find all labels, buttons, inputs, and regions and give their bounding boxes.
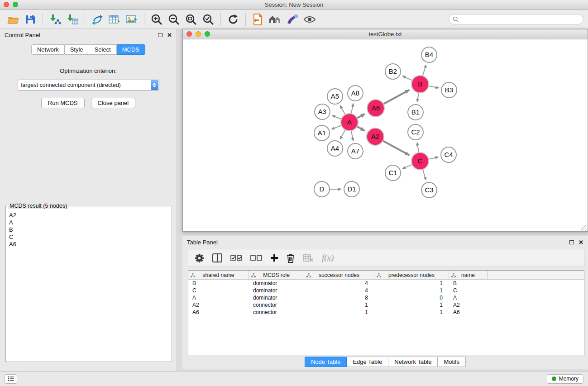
- delete-table-icon[interactable]: [303, 254, 314, 262]
- node-A1[interactable]: A1: [314, 125, 330, 141]
- table-settings-gear-icon[interactable]: [195, 253, 204, 263]
- edge-B-B2[interactable]: [402, 76, 412, 81]
- network-canvas[interactable]: B4B2BB3A5A8A6B1A3AC2A1A2A4A7C4CC1C3DD1: [183, 39, 588, 231]
- edge-A6-B[interactable]: [383, 90, 410, 104]
- close-panel-icon[interactable]: ✕: [167, 32, 172, 38]
- run-mcds-button[interactable]: Run MCDS: [41, 98, 85, 108]
- float-panel-icon[interactable]: [158, 33, 163, 37]
- tab-mcds[interactable]: MCDS: [117, 44, 145, 55]
- function-builder-icon[interactable]: f(x): [322, 253, 334, 263]
- eye-icon[interactable]: [301, 12, 318, 27]
- share-network-icon[interactable]: [89, 12, 106, 27]
- node-A6[interactable]: A6: [367, 100, 384, 117]
- export-image-icon[interactable]: [123, 12, 140, 27]
- zoom-fit-icon[interactable]: [182, 12, 200, 27]
- node-C4[interactable]: C4: [441, 147, 456, 162]
- search-field[interactable]: [449, 14, 583, 24]
- delete-column-trash-icon[interactable]: [287, 253, 295, 263]
- node-C3[interactable]: C3: [421, 182, 437, 198]
- result-item[interactable]: A6: [9, 241, 168, 248]
- resize-grip[interactable]: [581, 225, 587, 231]
- show-columns-icon[interactable]: [212, 253, 222, 262]
- edge-A-A4[interactable]: [340, 130, 345, 139]
- close-panel-button[interactable]: Close panel: [91, 98, 136, 108]
- zoom-out-icon[interactable]: [165, 12, 182, 27]
- close-window-button[interactable]: [4, 2, 9, 7]
- node-B2[interactable]: B2: [385, 64, 401, 79]
- tab-network-table[interactable]: Network Table: [388, 357, 438, 367]
- edge-B-B3[interactable]: [429, 86, 439, 88]
- tab-select[interactable]: Select: [89, 44, 117, 55]
- home-icon[interactable]: [267, 12, 284, 27]
- visual-style-brush-icon[interactable]: [284, 12, 301, 27]
- node-A5[interactable]: A5: [327, 89, 343, 104]
- edge-B-B1[interactable]: [417, 93, 419, 102]
- node-B1[interactable]: B1: [408, 105, 423, 120]
- edge-C-C2[interactable]: [417, 143, 419, 153]
- tab-edge-table[interactable]: Edge Table: [347, 357, 388, 367]
- node-C1[interactable]: C1: [385, 165, 401, 181]
- network-close-button[interactable]: [186, 31, 192, 37]
- open-session-icon[interactable]: [5, 12, 22, 27]
- column-header-predecessor-nodes[interactable]: predecessor nodes: [374, 271, 449, 279]
- tab-style[interactable]: Style: [65, 44, 89, 55]
- search-input[interactable]: [461, 16, 579, 23]
- node-table[interactable]: shared nameMCDS rolesuccessor nodesprede…: [188, 270, 584, 355]
- result-item[interactable]: A2: [9, 212, 168, 219]
- tab-motifs[interactable]: Motifs: [438, 357, 466, 367]
- node-B4[interactable]: B4: [421, 47, 437, 62]
- zoom-in-icon[interactable]: [148, 12, 165, 27]
- deselect-all-columns-icon[interactable]: [250, 255, 262, 261]
- node-D[interactable]: D: [314, 181, 330, 197]
- tab-network[interactable]: Network: [31, 44, 65, 55]
- edge-B-B4[interactable]: [423, 65, 426, 76]
- table-row[interactable]: Adominator80A: [188, 294, 584, 301]
- network-window-titlebar[interactable]: testGlobe.txt: [183, 29, 588, 39]
- dropdown-stepper-icon[interactable]: [151, 80, 158, 90]
- result-item[interactable]: C: [9, 234, 168, 241]
- node-A3[interactable]: A3: [315, 104, 330, 119]
- task-history-button[interactable]: [5, 374, 17, 384]
- node-A8[interactable]: A8: [348, 86, 363, 101]
- import-document-icon[interactable]: [249, 12, 267, 27]
- add-column-icon[interactable]: [270, 254, 278, 262]
- memory-button[interactable]: Memory: [547, 374, 583, 384]
- edge-A2-C[interactable]: [383, 141, 410, 155]
- network-zoom-button[interactable]: [205, 31, 210, 37]
- edge-C-C3[interactable]: [423, 169, 426, 180]
- new-network-table-icon[interactable]: [106, 12, 123, 27]
- import-network-icon[interactable]: [47, 12, 64, 27]
- edge-A-A5[interactable]: [340, 105, 345, 114]
- optimization-criterion-dropdown[interactable]: largest connected component (directed): [18, 80, 159, 91]
- float-table-panel-icon[interactable]: [569, 240, 574, 244]
- table-row[interactable]: A2connector11A2: [188, 301, 584, 309]
- mcds-result-list[interactable]: A2ABCA6: [7, 211, 171, 361]
- edge-C-C4[interactable]: [429, 157, 439, 159]
- node-A[interactable]: A: [341, 114, 358, 131]
- node-A2[interactable]: A2: [367, 128, 384, 145]
- result-item[interactable]: A: [9, 219, 168, 226]
- tab-node-table[interactable]: Node Table: [305, 357, 347, 367]
- edge-A-A3[interactable]: [332, 115, 341, 119]
- column-header-successor-nodes[interactable]: successor nodes: [304, 271, 374, 279]
- table-row[interactable]: Cdominator41C: [188, 287, 584, 294]
- node-A7[interactable]: A7: [348, 143, 363, 159]
- refresh-layout-icon[interactable]: [225, 12, 242, 27]
- zoom-window-button[interactable]: [13, 2, 18, 7]
- node-C[interactable]: C: [411, 152, 429, 170]
- network-minimize-button[interactable]: [196, 31, 201, 37]
- node-A4[interactable]: A4: [327, 141, 343, 156]
- network-graph[interactable]: B4B2BB3A5A8A6B1A3AC2A1A2A4A7C4CC1C3DD1: [183, 39, 588, 231]
- edge-C-C1[interactable]: [402, 165, 412, 169]
- table-row[interactable]: Bdominator41B: [188, 280, 584, 287]
- edge-A-A1[interactable]: [331, 125, 341, 129]
- node-D1[interactable]: D1: [344, 181, 359, 197]
- table-row[interactable]: A6connector11A6: [188, 309, 584, 316]
- node-B3[interactable]: B3: [441, 82, 457, 98]
- edge-A-A2[interactable]: [357, 126, 365, 130]
- save-session-icon[interactable]: [22, 12, 39, 27]
- column-header-MCDS-role[interactable]: MCDS role: [249, 271, 304, 279]
- column-header-name[interactable]: name: [449, 271, 488, 279]
- close-table-panel-icon[interactable]: ✕: [578, 239, 583, 245]
- column-header-shared-name[interactable]: shared name: [188, 271, 249, 279]
